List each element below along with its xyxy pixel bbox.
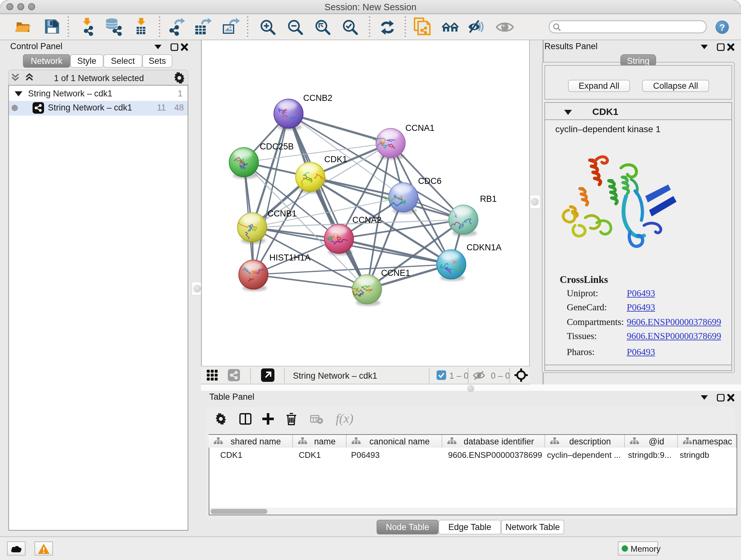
svg-text:RB1: RB1: [480, 194, 497, 204]
svg-text:CCNB2: CCNB2: [303, 93, 333, 103]
svg-text:CDC6: CDC6: [418, 176, 442, 186]
svg-text:CDKN1A: CDKN1A: [467, 243, 502, 252]
svg-text:CCNA1: CCNA1: [405, 123, 434, 133]
svg-text:CDC25B: CDC25B: [260, 142, 294, 151]
svg-text:HIST1H1A: HIST1H1A: [269, 253, 311, 262]
svg-text:CDK1: CDK1: [324, 154, 347, 164]
svg-text:CCNE1: CCNE1: [381, 268, 410, 278]
svg-text:CCNA2: CCNA2: [352, 215, 382, 225]
svg-text:CCNB1: CCNB1: [267, 209, 297, 219]
